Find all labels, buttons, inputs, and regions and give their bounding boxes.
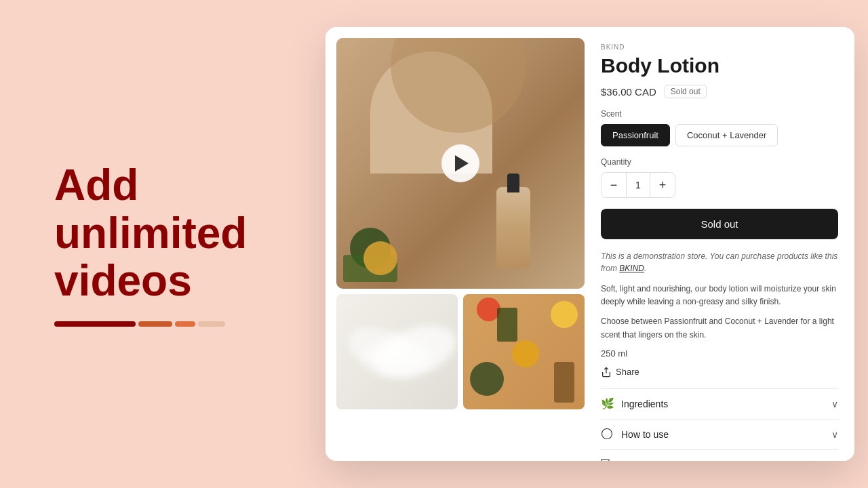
scent-options: Passionfruit Coconut + Lavender — [601, 124, 838, 146]
headline-line2: unlimited — [54, 209, 247, 258]
thumbnail-2[interactable] — [463, 294, 585, 409]
how-to-use-chevron: ∨ — [831, 429, 838, 440]
left-panel: Add unlimited videos — [0, 121, 312, 367]
share-icon — [601, 367, 612, 378]
progress-bar — [54, 321, 271, 327]
quantity-section: Quantity − 1 + — [601, 157, 838, 198]
progress-seg-1 — [54, 321, 136, 327]
thumbnail-row — [336, 294, 585, 409]
how-to-use-label: How to use — [621, 429, 669, 440]
share-button[interactable]: Share — [601, 367, 639, 378]
headline-line3: videos — [54, 256, 192, 305]
product-card: BKIND Body Lotion $36.00 CAD Sold out Sc… — [326, 27, 854, 461]
scent-label: Scent — [601, 109, 838, 119]
product-price: $36.00 CAD — [601, 86, 656, 98]
main-video[interactable] — [336, 38, 585, 289]
quantity-control: − 1 + — [601, 172, 675, 198]
price-row: $36.00 CAD Sold out — [601, 85, 838, 98]
sold-out-badge: Sold out — [665, 85, 707, 98]
shipping-chevron: ∨ — [831, 460, 838, 461]
demo-text: This is a demonstration store. You can p… — [601, 250, 838, 274]
sold-out-button[interactable]: Sold out — [601, 209, 838, 239]
play-icon — [455, 155, 469, 171]
ingredients-icon: 🌿 — [601, 397, 614, 411]
shipping-label: Shipping — [621, 460, 658, 461]
description-2: Choose between Passionfruit and Coconut … — [601, 315, 838, 341]
scent-coconut-lavender[interactable]: Coconut + Lavender — [675, 124, 778, 146]
accordion-how-to-use[interactable]: How to use ∨ — [601, 419, 838, 449]
product-title: Body Lotion — [601, 54, 838, 78]
fruit-yellow — [363, 241, 397, 275]
scent-passionfruit[interactable]: Passionfruit — [601, 124, 670, 146]
ingredients-chevron: ∨ — [831, 399, 838, 409]
description-1: Soft, light and nourishing, our body lot… — [601, 283, 838, 308]
headline: Add unlimited videos — [54, 161, 271, 304]
product-info: BKIND Body Lotion $36.00 CAD Sold out Sc… — [590, 27, 854, 461]
svg-rect-1 — [601, 460, 609, 461]
progress-seg-2 — [138, 321, 172, 327]
quantity-value: 1 — [626, 173, 650, 197]
ingredients-label: Ingredients — [621, 399, 668, 409]
shipping-icon — [601, 458, 614, 461]
thumbnail-1[interactable] — [336, 294, 458, 409]
progress-seg-4 — [198, 321, 225, 327]
progress-seg-3 — [175, 321, 195, 327]
accordion-shipping[interactable]: Shipping ∨ — [601, 449, 838, 461]
headline-line1: Add — [54, 161, 138, 209]
quantity-decrease-button[interactable]: − — [601, 173, 626, 197]
product-images — [326, 27, 590, 461]
svg-point-0 — [602, 428, 612, 439]
volume-text: 250 ml — [601, 348, 838, 359]
how-to-use-icon — [601, 428, 614, 441]
bkind-link[interactable]: BKIND — [619, 264, 644, 273]
quantity-increase-button[interactable]: + — [650, 173, 675, 197]
accordion-list: 🌿 Ingredients ∨ How to use ∨ — [601, 388, 838, 461]
brand-label: BKIND — [601, 43, 838, 51]
accordion-ingredients[interactable]: 🌿 Ingredients ∨ — [601, 388, 838, 419]
quantity-label: Quantity — [601, 157, 838, 167]
product-bottle — [496, 187, 530, 268]
play-button[interactable] — [441, 144, 479, 182]
